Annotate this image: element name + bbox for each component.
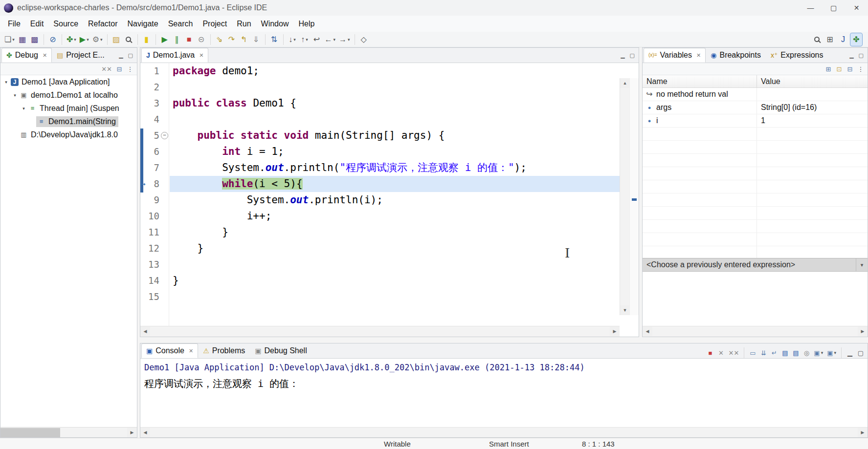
menu-edit[interactable]: Edit bbox=[25, 17, 49, 31]
tab-debug[interactable]: ✤Debug✕ bbox=[1, 48, 52, 63]
menu-window[interactable]: Window bbox=[256, 17, 294, 31]
step-over-button[interactable]: ↷ bbox=[226, 33, 238, 46]
code-line[interactable] bbox=[170, 289, 620, 305]
menu-run[interactable]: Run bbox=[232, 17, 256, 31]
line-number-cell[interactable]: 14 bbox=[140, 273, 169, 289]
current-line-marker[interactable] bbox=[632, 198, 637, 201]
search-button[interactable] bbox=[811, 33, 823, 46]
code-line[interactable]: System.out.println("程序调试演示，注意观察 i 的值："); bbox=[170, 160, 620, 176]
collapse-all-button[interactable]: ⊟ bbox=[845, 64, 855, 74]
editor-horizontal-scrollbar[interactable]: ◀ ▶ bbox=[140, 326, 620, 337]
step-return-button[interactable]: ↰ bbox=[238, 33, 250, 46]
previous-annotation-button[interactable]: ↑▾ bbox=[299, 33, 311, 46]
menu-navigate[interactable]: Navigate bbox=[123, 17, 163, 31]
word-wrap-button[interactable]: ↵ bbox=[769, 347, 779, 358]
tree-item[interactable]: ▾JDemo1 [Java Application] bbox=[0, 75, 137, 88]
debug-dropdown-icon[interactable]: ▾ bbox=[74, 37, 76, 42]
show-on-stderr-button[interactable]: ▤ bbox=[791, 347, 801, 358]
terminate-button[interactable]: ■ bbox=[706, 347, 715, 358]
clear-console-button[interactable]: ▭ bbox=[748, 347, 757, 358]
maximize-view-icon[interactable]: ▢ bbox=[630, 52, 635, 59]
console-output-area[interactable]: Demo1 [Java Application] D:\Develop\Java… bbox=[140, 359, 868, 427]
code-line[interactable]: i++; bbox=[170, 208, 620, 224]
save-button[interactable]: ▦ bbox=[17, 33, 28, 46]
editor-content[interactable]: package demo1;public class Demo1 { publi… bbox=[170, 63, 620, 326]
line-number-cell[interactable]: →8 bbox=[140, 176, 169, 192]
editor-vertical-scrollbar[interactable]: ▲ ▼ bbox=[620, 78, 629, 315]
minimize-view-icon[interactable]: ▁ bbox=[849, 52, 853, 59]
console-horizontal-scrollbar[interactable]: ◀ ▶ bbox=[140, 427, 868, 437]
disconnect-button[interactable]: ⊝ bbox=[196, 33, 207, 46]
scroll-up-icon[interactable]: ▲ bbox=[620, 78, 630, 88]
scroll-lock-button[interactable]: ⇊ bbox=[758, 347, 768, 358]
line-number-ruler[interactable]: 12345−67→89101112131415 bbox=[140, 63, 169, 326]
remove-launch-button[interactable]: ✕ bbox=[716, 347, 726, 358]
code-line[interactable]: package demo1; bbox=[170, 63, 620, 79]
variable-row[interactable]: ●argsString[0] (id=16) bbox=[643, 101, 868, 114]
tab-expressions[interactable]: x⁺Expressions bbox=[766, 48, 828, 63]
tab-project-e[interactable]: ▤Project E... bbox=[52, 48, 109, 63]
pin-console-button[interactable]: ◎ bbox=[801, 347, 811, 358]
expand-arrow-icon[interactable]: ▾ bbox=[2, 80, 10, 85]
run-dropdown-icon[interactable]: ▾ bbox=[87, 37, 89, 42]
display-selected-console-dropdown-icon[interactable]: ▾ bbox=[821, 350, 823, 355]
close-tab-icon[interactable]: ✕ bbox=[43, 52, 47, 59]
show-on-stdout-button[interactable]: ▤ bbox=[780, 347, 790, 358]
save-all-button[interactable]: ▩ bbox=[29, 33, 41, 46]
back-dropdown-icon[interactable]: ▾ bbox=[334, 37, 336, 42]
scroll-right-icon[interactable]: ▶ bbox=[858, 428, 868, 437]
close-button[interactable]: ✕ bbox=[845, 0, 868, 16]
terminate-button[interactable]: ■ bbox=[183, 33, 195, 46]
external-tools-dropdown-icon[interactable]: ▾ bbox=[100, 37, 103, 42]
horizontal-sash[interactable] bbox=[140, 337, 868, 343]
code-line-current[interactable]: while(i < 5){ bbox=[170, 176, 620, 192]
maximize-view-button[interactable]: ▢ bbox=[856, 347, 866, 358]
maximize-button[interactable]: ▢ bbox=[822, 0, 845, 16]
maximize-view-icon[interactable]: ▢ bbox=[128, 52, 133, 59]
view-menu-button[interactable]: ⋮ bbox=[856, 64, 866, 74]
run-button[interactable]: ▶▾ bbox=[78, 33, 90, 46]
last-edit-location-button[interactable]: ↩ bbox=[311, 33, 323, 46]
scroll-left-icon[interactable]: ◀ bbox=[140, 428, 150, 437]
tree-item[interactable]: ▥D:\Develop\Java\jdk1.8.0 bbox=[0, 128, 137, 141]
minimize-view-icon[interactable]: ▁ bbox=[621, 52, 624, 59]
minimize-view-icon[interactable]: ▁ bbox=[119, 52, 123, 59]
use-step-filters-button[interactable]: ⇅ bbox=[268, 33, 280, 46]
expand-arrow-icon[interactable]: ▾ bbox=[11, 93, 19, 98]
tab-debug-shell[interactable]: ▣Debug Shell bbox=[250, 343, 312, 358]
next-annotation-button[interactable]: ↓▾ bbox=[287, 33, 298, 46]
menu-help[interactable]: Help bbox=[293, 17, 319, 31]
menu-search[interactable]: Search bbox=[163, 17, 198, 31]
line-number-cell[interactable]: 12 bbox=[140, 240, 169, 257]
open-perspective-button[interactable]: ⊞ bbox=[824, 33, 836, 46]
show-logical-structures-button[interactable]: ⊞ bbox=[823, 64, 833, 74]
line-number-cell[interactable]: 10 bbox=[140, 208, 169, 224]
open-console-button[interactable]: ▣▾ bbox=[825, 347, 838, 358]
close-tab-icon[interactable]: ✕ bbox=[189, 348, 193, 354]
pin-editor-button[interactable]: ◇ bbox=[358, 33, 370, 46]
forward-button[interactable]: →▾ bbox=[337, 33, 352, 46]
tree-item[interactable]: ▾≡Thread [main] (Suspen bbox=[0, 102, 137, 115]
line-number-cell[interactable]: 15 bbox=[140, 289, 169, 305]
code-line[interactable] bbox=[170, 79, 620, 95]
debug-horizontal-scrollbar[interactable]: ▶ bbox=[0, 427, 137, 437]
line-number-cell[interactable]: 11 bbox=[140, 224, 169, 240]
close-tab-icon[interactable]: ✕ bbox=[199, 52, 203, 59]
scroll-left-icon[interactable]: ◀ bbox=[140, 326, 150, 336]
menu-refactor[interactable]: Refactor bbox=[83, 17, 122, 31]
code-line[interactable]: public class Demo1 { bbox=[170, 95, 620, 111]
skip-all-breakpoints-button[interactable]: ⊘ bbox=[47, 33, 59, 46]
toggle-mark-occurrences-button[interactable]: ▮ bbox=[141, 33, 153, 46]
forward-dropdown-icon[interactable]: ▾ bbox=[348, 37, 350, 42]
line-number-cell[interactable]: 5− bbox=[140, 128, 169, 144]
code-line[interactable]: public static void main(String[] args) { bbox=[170, 128, 620, 144]
scroll-right-icon[interactable]: ▶ bbox=[127, 428, 137, 437]
column-header-name[interactable]: Name bbox=[643, 75, 757, 87]
step-into-button[interactable]: ⇘ bbox=[214, 33, 225, 46]
resume-button[interactable]: ▶ bbox=[159, 33, 171, 46]
new-wizard-dropdown-icon[interactable]: ▾ bbox=[12, 37, 15, 42]
variable-row[interactable]: ●i1 bbox=[643, 114, 868, 128]
code-line[interactable] bbox=[170, 111, 620, 128]
fold-collapse-icon[interactable]: − bbox=[161, 132, 168, 139]
drop-to-frame-button[interactable]: ⇓ bbox=[250, 33, 262, 46]
